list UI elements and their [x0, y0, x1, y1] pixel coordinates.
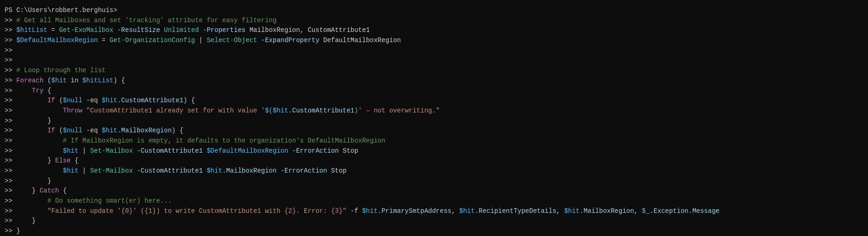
var-hitlist: $hitList: [16, 25, 47, 36]
var-hit6: $hit: [63, 166, 79, 176]
var-hit: $hit: [51, 76, 67, 86]
arrow-15: >>: [5, 156, 16, 166]
sp-16: -eq: [82, 126, 102, 136]
sp-14: [82, 106, 86, 116]
sp-28: -f: [346, 206, 362, 217]
param-6: -CustomAttribute1: [137, 166, 203, 176]
param-4: -CustomAttribute1: [137, 146, 203, 156]
sp-31: ,: [634, 206, 642, 217]
var-hit4: $hit: [102, 126, 117, 136]
code-line-13: >> # If MailboxRegion is empty, it defau…: [5, 136, 863, 146]
prop-2: .CustomAttribute1: [288, 106, 354, 116]
kw-throw: Throw: [63, 106, 82, 116]
arrow-22: >>: [5, 226, 16, 236]
comment-4: # Do something smart(er) here...: [47, 196, 172, 206]
sp-24: [203, 166, 207, 176]
sp-15: (: [55, 126, 63, 136]
cmdlet-4: Set-Mailbox: [90, 146, 133, 156]
indent-10: }: [16, 176, 51, 186]
code-line-7: >> Foreach ( $hit in $hitList ) {: [5, 76, 863, 86]
sp-9: ) {: [113, 76, 125, 86]
sp-29: ,: [451, 206, 459, 217]
var-hitlist2: $hitList: [82, 76, 113, 86]
arrow-12: >>: [5, 126, 16, 136]
indent-1: [16, 86, 32, 96]
op-1: =: [47, 25, 59, 36]
code-line-3: >> $DefaultMailboxRegion = Get-Organizat…: [5, 36, 863, 46]
prop-7: .MailboxRegion: [579, 206, 634, 217]
ps-prompt: PS C:\Users\robbert.berghuis>: [5, 6, 117, 16]
prop-4: .MailboxRegion: [222, 166, 277, 176]
sp-1: [113, 25, 117, 36]
arrow-2: >>: [5, 25, 16, 36]
str-failed: "Failed to update '{0}' ({1}) to write C…: [47, 206, 346, 217]
kw-try: Try: [32, 86, 43, 96]
sp-7: (: [43, 76, 51, 86]
code-line-18: >> } Catch {: [5, 186, 863, 196]
sp-3: [199, 25, 203, 36]
str-2: ' – not overwriting.": [358, 106, 440, 116]
param-5: -ErrorAction: [292, 146, 339, 156]
arrow-4: >>: [5, 46, 16, 56]
sp-10: {: [43, 86, 51, 96]
var-null2: $null: [63, 126, 82, 136]
sp-13: ) {: [184, 96, 195, 106]
sp-5: [257, 36, 261, 46]
var-hit8: $hit: [362, 206, 378, 217]
prop-5: .PrimarySmtpAddress: [378, 206, 452, 217]
var-defregion: $DefaultMailboxRegion: [207, 146, 288, 156]
var-hit10: $hit: [564, 206, 580, 217]
arrow-10: >>: [5, 106, 16, 116]
param-1: -ResultSize: [117, 25, 160, 36]
val-1: Unlimited: [164, 25, 199, 36]
indent-7: [16, 146, 63, 156]
code-line-16: >> $hit | Set-Mailbox -CustomAttribute1 …: [5, 166, 863, 176]
indent-5: [16, 126, 47, 136]
sp-25: [277, 166, 280, 176]
code-line-2: >> $hitList = Get-ExoMailbox -ResultSize…: [5, 25, 863, 36]
prop-8: .Exception.Message: [650, 206, 720, 217]
indent-9: [16, 166, 63, 176]
indent-12: [16, 196, 47, 206]
arrow-18: >>: [5, 186, 16, 196]
prop-6: .RecipientTypeDetails: [475, 206, 556, 217]
arrow-11: >>: [5, 116, 16, 126]
code-line-12: >> If ( $null -eq $hit .MailboxRegion ) …: [5, 126, 863, 136]
arrow-19: >>: [5, 196, 16, 206]
prop-1: .CustomAttribute1: [117, 96, 184, 106]
param-7: -ErrorAction: [281, 166, 327, 176]
sp-4: [246, 25, 249, 36]
sp-12: -eq: [82, 96, 102, 106]
kw-else: Else: [55, 156, 71, 166]
var-hit3: $hit: [273, 106, 289, 116]
ps-header-line: PS C:\Users\robbert.berghuis>: [5, 6, 863, 16]
sp-2: [160, 25, 164, 36]
sp-18: [133, 146, 136, 156]
code-line-20: >> "Failed to update '{0}' ({1}) to writ…: [5, 206, 863, 217]
comment-2: # Loop through the list: [16, 66, 105, 76]
sp-19: [203, 146, 207, 156]
indent-6: [16, 136, 63, 146]
var-hit7: $hit: [207, 166, 222, 176]
code-line-14: >> $hit | Set-Mailbox -CustomAttribute1 …: [5, 146, 863, 156]
indent-14: }: [16, 216, 36, 226]
closing-brace: }: [16, 226, 20, 236]
code-line-4: >>: [5, 46, 863, 56]
var-interp2: ): [354, 106, 358, 116]
cmdlet-5: Set-Mailbox: [90, 166, 133, 176]
sp-11: (: [55, 96, 63, 106]
sp-6: DefaultMailboxRegion: [320, 36, 401, 46]
arrow-14: >>: [5, 146, 16, 156]
indent-11: }: [16, 186, 39, 196]
kw-if1: If: [47, 96, 55, 106]
code-line-21: >> }: [5, 216, 863, 226]
arrow-6: >>: [5, 66, 16, 76]
pipe-2: |: [79, 146, 90, 156]
code-line-5: >>: [5, 56, 863, 66]
sp-21: Stop: [339, 146, 358, 156]
code-line-10: >> Throw "CustomAttribute1 already set f…: [5, 106, 863, 116]
comment-1: # Get all Mailboxes and set 'tracking' a…: [16, 16, 277, 26]
arrow-1: >>: [5, 16, 16, 26]
arrow-20: >>: [5, 206, 16, 217]
var-dollar: $_: [642, 206, 650, 217]
